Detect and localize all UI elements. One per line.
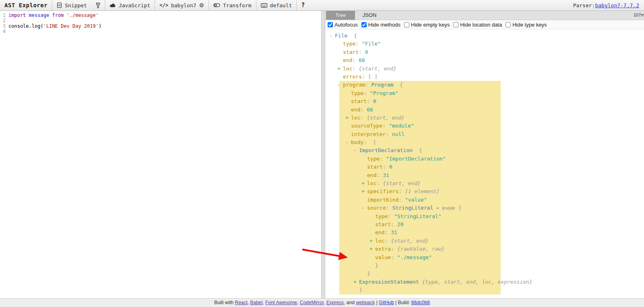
tree-row[interactable]: +loc: {start, end} [325,179,644,187]
tree-seg-punct: : [359,49,365,55]
tab-tree[interactable]: Tree [326,11,355,20]
expand-toggle[interactable]: + [337,65,343,73]
tree-row[interactable]: end: 31 [325,229,644,237]
expand-toggle[interactable]: + [369,245,375,253]
expand-toggle[interactable]: + [361,187,367,196]
tree-seg-punct: : [384,238,391,244]
tree-row[interactable]: start: 0 [325,163,644,171]
tree-seg-punct: : [365,82,372,88]
keymap-button[interactable]: default [256,0,297,10]
tree-seg-name: Program [371,82,393,88]
tree-seg-punct: { [455,205,462,211]
option-hide-methods[interactable]: Hide methods [361,22,400,28]
tree-row[interactable]: -ImportDeclaration { [325,146,644,155]
checkbox[interactable] [404,22,409,27]
panel-splitter[interactable] [321,11,325,298]
tree-seg-val: 0 [373,98,376,104]
checkbox[interactable] [328,22,333,27]
code-icon: </> [159,2,168,8]
footer-link-codemirror[interactable]: CodeMirror [300,300,324,305]
line-number: 2 [0,18,8,23]
tree-seg-punct: : [388,213,394,219]
tree-seg-key: end [343,57,352,63]
tree-row[interactable]: +extra: {rawValue, raw} [325,245,644,253]
tree-row[interactable]: start: 20 [325,220,644,229]
code-token: 'LINE Dev Day 2019' [43,23,99,29]
collapse-toggle[interactable]: - [361,204,367,212]
snippet-button[interactable]: Snippet [52,0,91,10]
tree-row[interactable]: -File { [325,32,644,40]
parser-button[interactable]: </>babylon7⚙ [155,0,208,10]
expand-toggle[interactable]: + [353,278,359,286]
option-hide-type-keys[interactable]: Hide type keys [506,22,547,28]
collapse-toggle[interactable]: - [353,146,359,155]
tree-row[interactable]: type: "File" [325,40,644,48]
option-autofocus[interactable]: Autofocus [328,22,358,28]
collapse-toggle[interactable]: - [337,81,343,89]
tree-row[interactable]: -source: StringLiteral = $node { [325,204,644,212]
tree-row[interactable]: +ExpressionStatement {type, start, end, … [325,278,644,286]
footer-link-66dc0b8[interactable]: 66dc0b8 [411,300,430,305]
tree-row[interactable]: start: 0 [325,48,644,56]
expand-toggle[interactable]: + [369,237,375,245]
tree-seg-key: program [343,82,365,88]
tree-row[interactable]: importKind: "value" [325,196,644,204]
code-editor[interactable]: 1import message from './message'23consol… [0,11,321,298]
collapse-toggle[interactable]: - [345,138,351,146]
expand-toggle[interactable]: + [345,114,351,122]
keymap-button-label: default [270,2,292,8]
footer-link-font-awesome[interactable]: Font Awesome [265,300,297,305]
fork-button[interactable] [91,0,105,10]
snippet-button-label: Snippet [65,2,87,8]
tree-row[interactable]: type: "ImportDeclaration" [325,155,644,163]
footer-link-express[interactable]: Express [326,300,344,305]
collapse-toggle[interactable]: - [329,32,335,40]
transform-button[interactable]: Transform [209,0,256,10]
checkbox[interactable] [506,22,511,27]
footer-link-react[interactable]: React [235,300,247,305]
tree-seg-meta: [1 element] [405,188,440,194]
option-hide-location-data[interactable]: Hide location data [453,22,502,28]
tree-row[interactable]: interpreter: null [325,130,644,138]
option-hide-empty-keys[interactable]: Hide empty keys [404,22,450,28]
help-button[interactable]: ? [297,0,309,10]
tree-row[interactable]: +loc: {start, end} [325,65,644,73]
tree-row[interactable]: sourceType: "module" [325,122,644,130]
language-button[interactable]: JavaScript [105,0,155,10]
footer-link-github[interactable]: GitHub [379,300,394,305]
checkbox[interactable] [361,22,367,27]
tree-row[interactable]: } [325,270,644,278]
tree-seg-punct: : [360,115,367,121]
tree-row[interactable]: -body: [ [325,138,644,146]
tree-row[interactable]: type: "StringLiteral" [325,212,644,220]
tree-seg-key: type [343,41,355,47]
file-code-icon [57,2,62,8]
tree-seg-punct: : [386,205,392,211]
checkbox[interactable] [453,22,458,27]
tree-row[interactable]: type: "Program" [325,89,644,97]
tree-row[interactable]: errors: [ ] [325,73,644,81]
tree-row[interactable]: end: 66 [325,56,644,64]
tree-row[interactable]: +specifiers: [1 element] [325,187,644,196]
tree-row[interactable]: } [325,262,644,270]
tree-row[interactable]: end: 66 [325,106,644,114]
tree-seg-punct: : [391,254,397,260]
option-label: Hide methods [368,22,400,28]
tree-row[interactable]: ] [325,286,644,294]
tree-seg-val: "Program" [370,90,398,96]
tree-row[interactable]: +loc: {start, end} [325,237,644,245]
footer-link-babel[interactable]: Babel [250,300,263,305]
tree-row[interactable]: -program: Program { [325,81,644,89]
footer-link-webpack[interactable]: webpack [356,300,375,305]
option-label: Hide type keys [512,22,547,28]
line-number: 3 [0,24,8,29]
tree-row[interactable]: start: 0 [325,97,644,105]
tree-row[interactable]: +loc: {start, end} [325,114,644,122]
transform-button-label: Transform [223,2,251,8]
parser-version-link[interactable]: babylon7-7.7.2 [595,2,639,8]
tree-seg-key: type [375,213,388,219]
tab-json[interactable]: JSON [355,11,384,20]
tree-row[interactable]: end: 31 [325,171,644,179]
tree-row[interactable]: value: "./message" [325,253,644,262]
expand-toggle[interactable]: + [361,179,367,187]
